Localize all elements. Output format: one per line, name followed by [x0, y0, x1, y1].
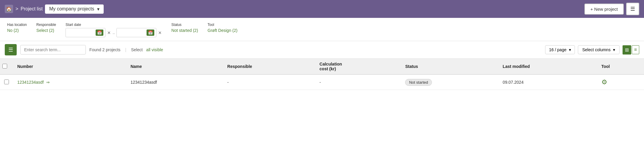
project-dropdown[interactable]: My company projects ▾ — [45, 4, 104, 14]
select-columns-chevron: ▾ — [613, 47, 615, 52]
breadcrumb-text: Project list — [21, 6, 43, 12]
header-left: 🏠 > Project list My company projects ▾ — [5, 4, 104, 14]
view-toggle: ⊞ ≡ — [623, 45, 639, 55]
grid-view-button[interactable]: ⊞ — [623, 45, 631, 55]
date-range: 📅 ✕ .. 📅 ✕ — [66, 28, 162, 37]
search-input[interactable] — [20, 45, 86, 55]
col-header-last-modified: Last modified — [499, 59, 597, 74]
row-name-cell: 12341234asdf — [126, 74, 223, 90]
table-body: 12341234asdf ⇒ 12341234asdf - - Not star… — [0, 74, 644, 90]
filter-has-location-label: Has location — [7, 23, 27, 27]
tool-icon: ⚙ — [601, 78, 607, 86]
row-last-modified-value: 09.07.2024 — [503, 80, 524, 85]
col-header-calculation-cost: Calculationcost (kr) — [315, 59, 401, 74]
filter-tool: Tool Grøft Design (2) — [208, 23, 237, 33]
filter-has-location: Has location No (2) — [7, 23, 27, 33]
select-all-visible-link[interactable]: all visible — [146, 47, 163, 52]
row-number-cell: 12341234asdf ⇒ — [13, 74, 126, 90]
filters-bar: Has location No (2) Responsible Select (… — [0, 18, 644, 41]
select-all-checkbox[interactable] — [2, 64, 7, 69]
date-from-input[interactable] — [68, 30, 94, 35]
chevron-down-icon: ▾ — [97, 6, 99, 12]
hamburger-icon: ☰ — [630, 6, 635, 12]
green-menu-button[interactable]: ☰ — [5, 44, 17, 55]
status-badge: Not started — [405, 79, 432, 86]
row-responsible-value: - — [227, 80, 229, 85]
filter-has-location-value[interactable]: No (2) — [7, 28, 19, 33]
filter-responsible-value[interactable]: Select (2) — [36, 28, 54, 33]
breadcrumb-separator: > — [15, 6, 18, 12]
date-separator: .. — [113, 30, 115, 35]
date-from-wrapper: 📅 — [66, 28, 105, 37]
header-right: + New project ☰ — [584, 3, 639, 15]
toolbar-right: 16 / page ▾ Select columns ▾ ⊞ ≡ — [545, 45, 639, 55]
row-arrow-icon: ⇒ — [46, 80, 50, 85]
row-calculation-cost-cell: - — [315, 74, 401, 90]
row-checkbox-cell[interactable] — [0, 74, 13, 90]
pipe-separator: | — [125, 47, 126, 52]
select-columns-button[interactable]: Select columns ▾ — [578, 45, 620, 54]
col-header-number: Number — [13, 59, 126, 74]
project-number-link[interactable]: 12341234asdf — [17, 80, 44, 85]
projects-table-container: Number Name Responsible Calculationcost … — [0, 59, 644, 90]
home-icon[interactable]: 🏠 — [5, 5, 13, 13]
select-columns-label: Select columns — [582, 47, 611, 52]
date-to-clear-button[interactable]: ✕ — [158, 30, 162, 35]
row-last-modified-cell: 09.07.2024 — [499, 74, 597, 90]
filter-start-date: Start date 📅 ✕ .. 📅 ✕ — [66, 23, 162, 37]
calendar-from-button[interactable]: 📅 — [96, 29, 103, 36]
row-calculation-cost-value: - — [320, 80, 321, 85]
filter-responsible: Responsible Select (2) — [36, 23, 56, 33]
date-from-clear-button[interactable]: ✕ — [107, 30, 111, 35]
list-view-button[interactable]: ≡ — [632, 45, 639, 54]
row-status-cell: Not started — [401, 74, 498, 90]
filter-status-label: Status — [171, 23, 198, 27]
new-project-label: + New project — [590, 7, 618, 12]
row-tool-cell: ⚙ — [597, 74, 644, 90]
green-menu-icon: ☰ — [8, 47, 13, 53]
toolbar: ☰ Found 2 projects | Select all visible … — [0, 41, 644, 59]
select-label: Select — [131, 47, 143, 52]
filter-tool-label: Tool — [208, 23, 237, 27]
filter-status-value[interactable]: Not started (2) — [171, 28, 198, 33]
table-header: Number Name Responsible Calculationcost … — [0, 59, 644, 74]
calendar-to-button[interactable]: 📅 — [147, 29, 154, 36]
date-to-wrapper: 📅 — [116, 28, 156, 37]
per-page-label: 16 / page — [549, 47, 566, 52]
new-project-button[interactable]: + New project — [584, 4, 624, 15]
project-dropdown-label: My company projects — [49, 6, 94, 12]
filter-responsible-label: Responsible — [36, 23, 56, 27]
col-header-status: Status — [401, 59, 498, 74]
col-header-name: Name — [126, 59, 223, 74]
filter-status: Status Not started (2) — [171, 23, 198, 33]
filter-tool-value[interactable]: Grøft Design (2) — [208, 28, 237, 33]
date-to-input[interactable] — [119, 30, 145, 35]
grid-view-icon: ⊞ — [625, 47, 629, 52]
list-view-icon: ≡ — [634, 47, 637, 52]
found-count-text: Found 2 projects — [89, 47, 120, 52]
header: 🏠 > Project list My company projects ▾ +… — [0, 0, 644, 18]
filter-start-date-label: Start date — [66, 23, 162, 27]
select-all-checkbox-header[interactable] — [0, 59, 13, 74]
table-row: 12341234asdf ⇒ 12341234asdf - - Not star… — [0, 74, 644, 90]
per-page-chevron: ▾ — [569, 47, 571, 52]
per-page-dropdown[interactable]: 16 / page ▾ — [545, 45, 575, 54]
col-header-tool: Tool — [597, 59, 644, 74]
row-checkbox[interactable] — [4, 80, 9, 84]
hamburger-button[interactable]: ☰ — [626, 3, 639, 15]
projects-table: Number Name Responsible Calculationcost … — [0, 59, 644, 90]
row-name-value: 12341234asdf — [130, 80, 157, 85]
col-header-responsible: Responsible — [223, 59, 315, 74]
row-responsible-cell: - — [223, 74, 315, 90]
